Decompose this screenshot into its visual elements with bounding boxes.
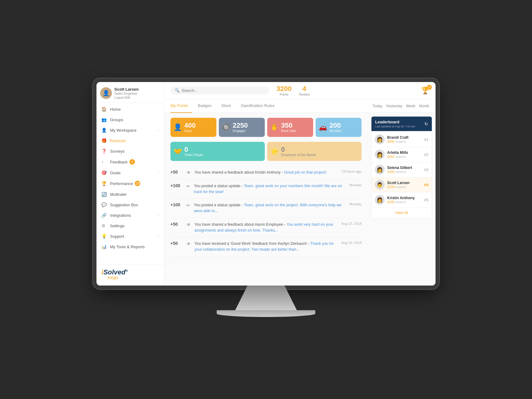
search-box[interactable]: 🔍	[170, 87, 269, 94]
groups-icon: 👥	[101, 117, 108, 122]
activity-time: Monday	[350, 202, 362, 206]
activity-link[interactable]: Thank you for your collaboration on the …	[194, 241, 334, 252]
points-value: 3200	[276, 85, 292, 93]
lb-avatar: 👨	[375, 180, 385, 190]
engager-icon: 🔘	[222, 123, 230, 131]
tools-icon: 📊	[101, 244, 108, 249]
activity-link[interactable]: Great job on that project!	[284, 170, 327, 175]
sidebar-item-multirater[interactable]: 🔄 Multirater	[96, 189, 164, 200]
lb-points: 3150 POINTS	[387, 185, 422, 189]
brand-logo: iSolved® mojo	[96, 264, 164, 282]
feedback-badge: 3	[129, 159, 135, 165]
lb-name: Arletta Mills	[387, 150, 422, 155]
edit-link[interactable]: Edit	[125, 96, 130, 99]
header: 🔍 3200 Points 4 Ranked 🏆 22	[164, 82, 436, 99]
sidebar-item-label: Performance	[110, 181, 133, 186]
badge-einstein[interactable]: 🚗 200 Einstein	[316, 118, 362, 137]
activity-time: 19 hours ago	[342, 170, 362, 173]
einstein-icon: 🚗	[319, 123, 327, 131]
chevron-right-icon: ›	[158, 213, 159, 217]
search-input[interactable]	[182, 88, 265, 93]
activity-text: You posted a status update - Team, great…	[194, 183, 343, 195]
trophy-button[interactable]: 🏆 22	[421, 87, 429, 95]
sidebar-item-goals[interactable]: 🎯 Goals ›	[96, 167, 164, 178]
engager-label: Engager	[233, 129, 248, 133]
activity-link[interactable]: You work very hard on your assignments a…	[194, 222, 334, 232]
leaderboard-item-1: 👩 Brandi Craft 4800 POINTS #1	[372, 132, 432, 147]
badge-teamplayer[interactable]: 🤝 0 Team Player	[170, 142, 265, 161]
lb-rank: #2	[424, 152, 428, 157]
lb-avatar: 👩	[375, 134, 385, 144]
teamplayer-count: 0	[184, 146, 203, 153]
eye-icon: 👁	[186, 170, 191, 175]
badge-rockstar[interactable]: ✋ 350 Rock Star	[267, 118, 313, 137]
badge-employee[interactable]: ⭐ 0 Employee of the Month	[267, 142, 362, 161]
chevron-right-icon: ›	[158, 234, 159, 238]
tab-store[interactable]: Store	[217, 99, 235, 113]
teamplayer-icon: 🤝	[174, 147, 182, 155]
engager-count: 2250	[233, 122, 248, 129]
activity-link[interactable]: Team, great work on the project. With ev…	[194, 203, 342, 213]
logout-link[interactable]: Logout	[114, 96, 124, 99]
filter-yesterday[interactable]: Yesterday	[386, 104, 402, 108]
guru-label: Guru	[184, 129, 196, 133]
filter-month[interactable]: Month	[419, 104, 429, 108]
tab-my-points[interactable]: My Points	[170, 99, 192, 113]
sidebar-item-label: Surveys	[110, 149, 125, 154]
sidebar-item-rewards[interactable]: 🎁 Rewards	[96, 135, 164, 146]
trophy-badge: 22	[427, 85, 432, 90]
sidebar-item-label: Home	[110, 107, 121, 112]
filter-today[interactable]: Today	[372, 104, 382, 108]
workspace-icon: 👤	[101, 128, 108, 133]
sidebar-item-label: My Workspace	[110, 128, 137, 133]
sidebar-item-label: Feedback	[110, 160, 128, 164]
sidebar-item-label: Rewards	[110, 138, 126, 143]
sidebar-item-settings[interactable]: ⚙ Settings	[96, 220, 164, 231]
lb-rank: #3	[424, 167, 428, 172]
lb-name: Brandi Craft	[387, 135, 422, 140]
tab-gamification-rules[interactable]: Gamification Rules	[236, 99, 279, 113]
guru-icon: 👤	[174, 123, 182, 131]
activity-link[interactable]: Team, great work on your numbers this mo…	[194, 184, 342, 194]
sidebar-item-surveys[interactable]: ❓ Surveys	[96, 146, 164, 156]
home-icon: 🏠	[101, 107, 108, 112]
search-icon: 🔍	[175, 88, 180, 93]
sidebar-item-feedback[interactable]: ↕ Feedback 3	[96, 156, 164, 167]
view-all-button[interactable]: View All	[372, 208, 432, 218]
body-area: 👤 400 Guru 🔘 2250 Engager	[164, 113, 436, 286]
leaderboard-sidebar: Leaderboard Last updated at Aug 28, 7:03…	[368, 113, 436, 286]
sidebar-item-groups[interactable]: 👥 Groups	[96, 114, 164, 125]
employee-label: Employee of the Month	[281, 153, 316, 157]
activity-time: Aug 13, 2018	[342, 222, 362, 225]
performance-badge: 28	[135, 181, 140, 186]
goals-icon: 🎯	[101, 170, 108, 175]
refresh-icon[interactable]: ↻	[424, 121, 428, 126]
activity-feed: +50 👁 You have shared a feedback about K…	[170, 166, 362, 257]
leaderboard-body: 👩 Brandi Craft 4800 POINTS #1 👩 Arletta …	[371, 132, 432, 218]
ranked-value: 4	[299, 85, 309, 93]
sidebar-item-my-tools[interactable]: 📊 My Tools & Reports	[96, 241, 164, 252]
tab-badges[interactable]: Badges	[194, 99, 216, 113]
points-label: Points	[276, 93, 292, 96]
filter-week[interactable]: Week	[406, 104, 415, 108]
lb-rank-current: #4	[424, 183, 428, 187]
lb-avatar: 👩	[375, 195, 385, 205]
sidebar-item-performance[interactable]: 🏆 Performance 28	[96, 178, 164, 189]
badge-engager[interactable]: 🔘 2250 Engager	[219, 118, 265, 137]
activity-text: You have shared a feedback about Kristin…	[194, 170, 336, 175]
sidebar-profile: 👤 Scott Larsen Sales Engineer Logout Edi…	[96, 82, 164, 103]
activity-text: You have shared a feedback about Aaron E…	[194, 222, 335, 233]
sidebar-item-suggestion-box[interactable]: 💬 Suggestion Box	[96, 200, 164, 210]
sidebar-item-support[interactable]: 💡 Support ›	[96, 231, 164, 241]
activity-item: +50 👁 You have received a 'Good Work' fe…	[170, 237, 362, 257]
badge-guru[interactable]: 👤 400 Guru	[170, 118, 216, 137]
activity-item: +50 👁 You have shared a feedback about A…	[170, 218, 362, 237]
sidebar-item-integrations[interactable]: 🔗 Integrations ›	[96, 210, 164, 220]
sidebar-item-home[interactable]: 🏠 Home	[96, 104, 164, 114]
sidebar-item-my-workspace[interactable]: 👤 My Workspace ›	[96, 125, 164, 135]
sidebar-item-label: Suggestion Box	[110, 203, 138, 207]
rockstar-count: 350	[281, 122, 296, 129]
sidebar-item-label: My Tools & Reports	[110, 245, 145, 249]
settings-icon: ⚙	[101, 223, 108, 228]
chevron-right-icon: ›	[158, 171, 159, 175]
